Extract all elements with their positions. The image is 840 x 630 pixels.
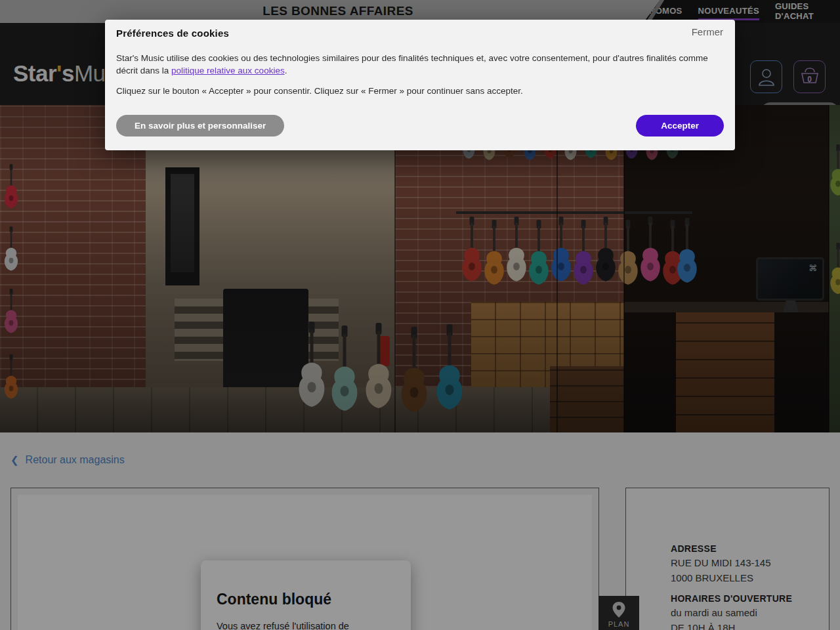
cookie-close-button[interactable]: Fermer [692,26,723,37]
accept-cookies-button[interactable]: Accepter [636,115,724,136]
cookie-policy-link[interactable]: politique relative aux cookies [171,66,285,75]
cookie-instructions-text: Cliquez sur le bouton « Accepter » pour … [116,86,710,96]
cookie-consent-dialog: Préférences de cookies Fermer Star's Mus… [105,20,735,150]
cookie-body-text: Star's Music utilise des cookies ou des … [116,52,710,77]
customize-cookies-button[interactable]: En savoir plus et personnaliser [116,115,284,136]
cookie-dialog-title: Préférences de cookies [116,28,724,39]
